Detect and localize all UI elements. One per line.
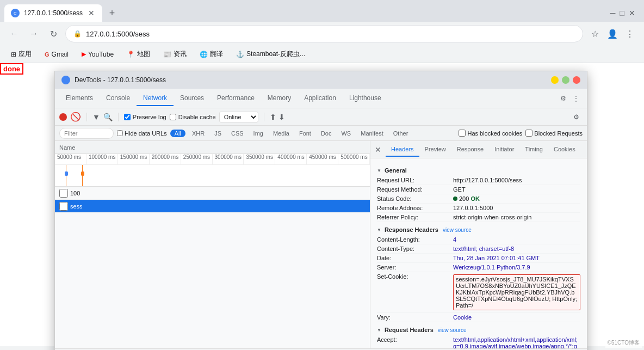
disable-cache-checkbox-label[interactable]: Disable cache <box>170 114 216 120</box>
tab-title: 127.0.0.1:5000/sess <box>24 9 83 17</box>
request-headers-view-source[interactable]: view source <box>438 327 467 333</box>
accept-row: Accept: text/html,application/xhtml+xml,… <box>377 335 580 348</box>
devtools-close[interactable]: ✕ <box>573 76 580 84</box>
response-headers-view-source[interactable]: view source <box>443 227 472 233</box>
bookmark-youtube[interactable]: ▶ YouTube <box>77 49 118 60</box>
toolbar-actions: ☆ 👤 ⋮ <box>587 26 637 41</box>
has-blocked-cookies-label[interactable]: Has blocked cookies <box>459 130 522 137</box>
window-minimize[interactable]: ─ <box>610 9 616 17</box>
row-checkbox-sess[interactable] <box>59 202 68 211</box>
detail-tab-timing[interactable]: Timing <box>519 143 548 157</box>
filter-ws[interactable]: WS <box>338 130 354 137</box>
network-settings-button[interactable]: ⚙ <box>569 110 583 124</box>
timeline-label-4: 250000 ms <box>181 154 213 164</box>
devtools-maximize[interactable]: □ <box>562 76 569 84</box>
window-close[interactable]: ✕ <box>629 9 635 17</box>
preserve-log-checkbox-label[interactable]: Preserve log <box>124 114 166 120</box>
blocked-requests-checkbox[interactable] <box>525 130 532 137</box>
preserve-log-checkbox[interactable] <box>124 114 131 120</box>
clear-button[interactable]: 🚫 <box>70 112 81 122</box>
search-button[interactable]: 🔍 <box>103 113 113 121</box>
active-tab[interactable]: C 127.0.0.1:5000/sess ✕ <box>4 4 102 22</box>
detail-tab-preview[interactable]: Preview <box>419 143 451 157</box>
address-bar[interactable]: 🔒 127.0.0.1:5000/sess <box>65 25 583 42</box>
record-button[interactable] <box>59 113 67 121</box>
browser-toolbar: ← → ↻ 🔒 127.0.0.1:5000/sess ☆ 👤 ⋮ <box>0 22 644 46</box>
detail-tab-headers[interactable]: Headers <box>386 143 419 157</box>
detail-tab-response[interactable]: Response <box>451 143 490 157</box>
filter-font[interactable]: Font <box>296 130 314 137</box>
devtools-title: DevTools - 127.0.0.1:5000/sess <box>75 76 551 84</box>
detail-tab-initiator[interactable]: Initiator <box>489 143 519 157</box>
done-label: done <box>0 63 23 75</box>
referrer-policy-key: Referrer Policy: <box>377 214 453 220</box>
bookmark-button[interactable]: ☆ <box>587 26 603 41</box>
filter-input[interactable] <box>59 128 114 139</box>
filter-all-button[interactable]: All <box>170 130 185 137</box>
filter-js[interactable]: JS <box>211 130 225 137</box>
filter-other[interactable]: Other <box>390 130 412 137</box>
detail-tab-cookies[interactable]: Cookies <box>548 143 581 157</box>
filter-xhr[interactable]: XHR <box>189 130 208 137</box>
table-row[interactable]: sess <box>55 200 370 213</box>
new-tab-button[interactable]: + <box>104 5 120 21</box>
toolbar-separator-3 <box>264 113 264 121</box>
timeline-labels: 50000 ms 100000 ms 150000 ms 200000 ms 2… <box>55 154 370 165</box>
import-button[interactable]: ⬆ <box>270 113 276 121</box>
tab-close-button[interactable]: ✕ <box>87 9 96 17</box>
bookmark-maps[interactable]: 📍 地图 <box>122 48 154 60</box>
has-blocked-cookies-checkbox[interactable] <box>459 130 466 137</box>
hide-data-urls-checkbox[interactable] <box>117 130 123 136</box>
filter-doc[interactable]: Doc <box>318 130 335 137</box>
table-row[interactable]: 100 <box>55 187 370 200</box>
filter-button[interactable]: ▼ <box>92 113 100 121</box>
devtools-minimize[interactable]: ─ <box>551 76 559 84</box>
bookmark-steamboat[interactable]: ⚓ Steamboat-反爬虫... <box>232 48 309 60</box>
export-button[interactable]: ⬇ <box>278 113 285 121</box>
remote-address-value: 127.0.0.1:5000 <box>453 205 493 211</box>
row-checkbox-100[interactable] <box>59 189 68 198</box>
tab-console[interactable]: Console <box>100 91 137 106</box>
tab-performance[interactable]: Performance <box>210 91 261 106</box>
bookmark-gmail[interactable]: G Gmail <box>40 49 73 60</box>
blocked-requests-label[interactable]: Blocked Requests <box>525 130 583 137</box>
hide-data-urls-label[interactable]: Hide data URLs <box>117 130 167 137</box>
profile-button[interactable]: 👤 <box>605 26 620 41</box>
tab-lighthouse[interactable]: Lighthouse <box>343 91 388 106</box>
set-cookie-row: Set-Cookie: session=.eJyrVsosjs_JT8_MU7J… <box>377 272 580 313</box>
disable-cache-checkbox[interactable] <box>170 114 176 120</box>
back-button[interactable]: ← <box>7 26 22 41</box>
tab-application[interactable]: Application <box>298 91 343 106</box>
window-maximize[interactable]: □ <box>620 9 624 17</box>
bookmark-translate[interactable]: 🌐 翻译 <box>195 48 227 60</box>
bookmark-news[interactable]: 📰 资讯 <box>159 48 191 60</box>
devtools-main-area: Name 50000 ms 100000 ms 150000 ms 200000… <box>55 141 587 348</box>
tab-network[interactable]: Network <box>137 91 174 106</box>
request-name-sess: sess <box>70 203 366 210</box>
tab-sources[interactable]: Sources <box>174 91 210 106</box>
more-button[interactable]: ⋮ <box>622 26 637 41</box>
filter-css[interactable]: CSS <box>228 130 247 137</box>
tab-bar: C 127.0.0.1:5000/sess ✕ + ─ □ ✕ <box>0 0 644 22</box>
referrer-policy-value: strict-origin-when-cross-origin <box>453 214 531 220</box>
filter-manifest[interactable]: Manifest <box>357 130 387 137</box>
response-headers-section-header: Response Headers view source <box>377 226 580 233</box>
status-dot <box>453 197 457 201</box>
devtools-settings-button[interactable]: ⚙ <box>556 92 569 105</box>
details-close-button[interactable]: ✕ <box>373 144 383 155</box>
timeline-label-0: 50000 ms <box>55 154 86 164</box>
timeline-bar-1 <box>65 171 68 176</box>
server-row: Server: Werkzeug/1.0.1 Python/3.7.9 <box>377 263 580 272</box>
tab-memory[interactable]: Memory <box>261 91 298 106</box>
devtools-more-button[interactable]: ⋮ <box>569 92 583 105</box>
reload-button[interactable]: ↻ <box>46 26 61 41</box>
forward-button[interactable]: → <box>26 26 41 41</box>
tab-elements[interactable]: Elements <box>59 91 100 106</box>
news-favicon: 📰 <box>163 51 171 58</box>
date-key: Date: <box>377 255 453 261</box>
timeline-label-8: 450000 ms <box>307 154 338 164</box>
filter-media[interactable]: Media <box>270 130 293 137</box>
throttle-select[interactable]: Online Fast 3G Slow 3G Offline <box>219 112 258 122</box>
bookmark-apps[interactable]: ⊞ 应用 <box>7 48 36 60</box>
filter-img[interactable]: Img <box>250 130 267 137</box>
